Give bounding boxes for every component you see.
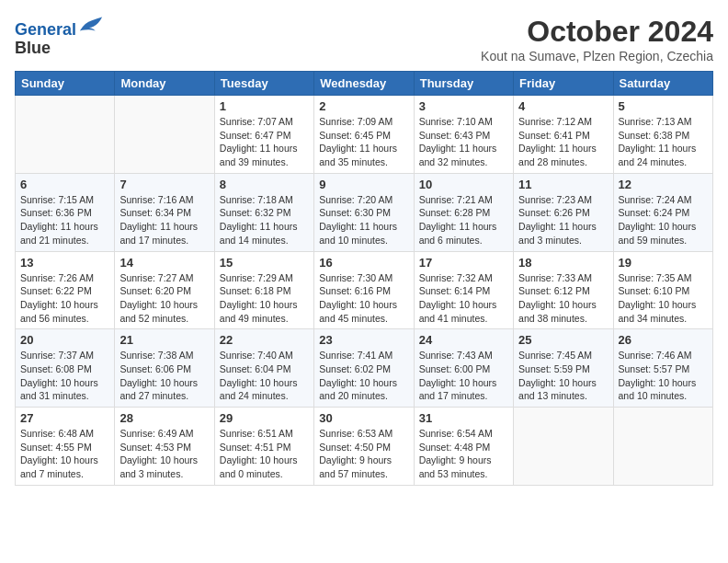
calendar-cell-w5-d4: 30Sunrise: 6:53 AMSunset: 4:50 PMDayligh…	[314, 408, 414, 486]
day-info: Sunrise: 7:27 AMSunset: 6:20 PMDaylight:…	[119, 271, 209, 326]
day-number: 3	[419, 99, 508, 113]
day-info: Sunrise: 7:13 AMSunset: 6:38 PMDaylight:…	[619, 115, 708, 169]
day-info: Sunrise: 7:10 AMSunset: 6:43 PMDaylight:…	[419, 115, 508, 169]
day-number: 15	[220, 256, 309, 270]
col-saturday: Saturday	[613, 72, 712, 96]
calendar-cell-w3-d7: 19Sunrise: 7:35 AMSunset: 6:10 PMDayligh…	[613, 251, 712, 329]
calendar-cell-w4-d5: 24Sunrise: 7:43 AMSunset: 6:00 PMDayligh…	[414, 329, 513, 408]
calendar-cell-w2-d2: 7Sunrise: 7:16 AMSunset: 6:34 PMDaylight…	[115, 173, 214, 251]
calendar-cell-w5-d7	[613, 408, 712, 486]
day-info: Sunrise: 7:29 AMSunset: 6:18 PMDaylight:…	[220, 271, 309, 326]
day-info: Sunrise: 7:24 AMSunset: 6:24 PMDaylight:…	[619, 193, 708, 247]
calendar-cell-w4-d7: 26Sunrise: 7:46 AMSunset: 5:57 PMDayligh…	[613, 329, 712, 408]
logo: General Blue	[15, 15, 104, 58]
calendar-cell-w5-d2: 28Sunrise: 6:49 AMSunset: 4:53 PMDayligh…	[115, 408, 214, 486]
logo-text: General Blue	[15, 15, 104, 58]
day-info: Sunrise: 7:37 AMSunset: 6:08 PMDaylight:…	[20, 349, 109, 403]
day-number: 9	[319, 178, 408, 191]
month-title: October 2024	[481, 15, 713, 49]
day-number: 6	[20, 178, 109, 191]
calendar-cell-w5-d1: 27Sunrise: 6:48 AMSunset: 4:55 PMDayligh…	[16, 408, 115, 486]
day-number: 31	[419, 411, 508, 425]
day-number: 8	[220, 178, 309, 191]
day-info: Sunrise: 7:23 AMSunset: 6:26 PMDaylight:…	[518, 193, 608, 247]
calendar-week-5: 27Sunrise: 6:48 AMSunset: 4:55 PMDayligh…	[16, 408, 713, 486]
day-number: 27	[20, 411, 109, 425]
calendar-cell-w5-d3: 29Sunrise: 6:51 AMSunset: 4:51 PMDayligh…	[214, 408, 313, 486]
day-number: 1	[220, 99, 309, 113]
calendar-cell-w1-d5: 3Sunrise: 7:10 AMSunset: 6:43 PMDaylight…	[414, 96, 513, 174]
day-info: Sunrise: 6:54 AMSunset: 4:48 PMDaylight:…	[419, 427, 508, 481]
day-number: 12	[619, 178, 708, 191]
calendar-cell-w3-d1: 13Sunrise: 7:26 AMSunset: 6:22 PMDayligh…	[16, 251, 115, 329]
title-area: October 2024 Kout na Sumave, Plzen Regio…	[481, 15, 713, 63]
calendar-cell-w1-d4: 2Sunrise: 7:09 AMSunset: 6:45 PMDaylight…	[314, 96, 414, 174]
day-number: 18	[518, 256, 608, 270]
day-number: 20	[20, 333, 109, 347]
location: Kout na Sumave, Plzen Region, Czechia	[481, 49, 713, 63]
calendar-week-1: 1Sunrise: 7:07 AMSunset: 6:47 PMDaylight…	[16, 96, 713, 174]
calendar-cell-w2-d6: 11Sunrise: 7:23 AMSunset: 6:26 PMDayligh…	[514, 173, 613, 251]
day-number: 19	[619, 256, 708, 270]
calendar-cell-w2-d3: 8Sunrise: 7:18 AMSunset: 6:32 PMDaylight…	[214, 173, 313, 251]
calendar-cell-w4-d6: 25Sunrise: 7:45 AMSunset: 5:59 PMDayligh…	[514, 329, 613, 408]
day-info: Sunrise: 6:51 AMSunset: 4:51 PMDaylight:…	[220, 427, 309, 481]
day-info: Sunrise: 7:33 AMSunset: 6:12 PMDaylight:…	[518, 271, 608, 326]
col-wednesday: Wednesday	[314, 72, 414, 96]
day-number: 30	[319, 411, 408, 425]
col-tuesday: Tuesday	[214, 72, 313, 96]
calendar-week-3: 13Sunrise: 7:26 AMSunset: 6:22 PMDayligh…	[16, 251, 713, 329]
day-info: Sunrise: 7:20 AMSunset: 6:30 PMDaylight:…	[319, 193, 408, 247]
day-info: Sunrise: 7:18 AMSunset: 6:32 PMDaylight:…	[220, 193, 309, 247]
day-info: Sunrise: 7:12 AMSunset: 6:41 PMDaylight:…	[518, 115, 608, 169]
day-info: Sunrise: 7:15 AMSunset: 6:36 PMDaylight:…	[20, 193, 109, 247]
day-info: Sunrise: 7:32 AMSunset: 6:14 PMDaylight:…	[419, 271, 508, 326]
day-number: 10	[419, 178, 508, 191]
col-monday: Monday	[115, 72, 214, 96]
day-info: Sunrise: 7:35 AMSunset: 6:10 PMDaylight:…	[619, 271, 708, 326]
day-number: 23	[319, 333, 408, 347]
day-info: Sunrise: 7:38 AMSunset: 6:06 PMDaylight:…	[119, 349, 209, 403]
day-number: 17	[419, 256, 508, 270]
day-info: Sunrise: 7:09 AMSunset: 6:45 PMDaylight:…	[319, 115, 408, 169]
calendar-cell-w3-d2: 14Sunrise: 7:27 AMSunset: 6:20 PMDayligh…	[115, 251, 214, 329]
day-number: 4	[518, 99, 608, 113]
day-info: Sunrise: 6:49 AMSunset: 4:53 PMDaylight:…	[119, 427, 209, 481]
calendar-cell-w2-d4: 9Sunrise: 7:20 AMSunset: 6:30 PMDaylight…	[314, 173, 414, 251]
day-info: Sunrise: 7:40 AMSunset: 6:04 PMDaylight:…	[220, 349, 309, 403]
calendar-cell-w1-d2	[115, 96, 214, 174]
day-info: Sunrise: 6:48 AMSunset: 4:55 PMDaylight:…	[20, 427, 109, 481]
day-number: 22	[220, 333, 309, 347]
calendar-cell-w3-d5: 17Sunrise: 7:32 AMSunset: 6:14 PMDayligh…	[414, 251, 513, 329]
calendar-cell-w2-d5: 10Sunrise: 7:21 AMSunset: 6:28 PMDayligh…	[414, 173, 513, 251]
day-info: Sunrise: 7:41 AMSunset: 6:02 PMDaylight:…	[319, 349, 408, 403]
col-sunday: Sunday	[16, 72, 115, 96]
calendar-cell-w2-d7: 12Sunrise: 7:24 AMSunset: 6:24 PMDayligh…	[613, 173, 712, 251]
day-number: 14	[119, 256, 209, 270]
day-number: 13	[20, 256, 109, 270]
day-number: 24	[419, 333, 508, 347]
calendar-cell-w3-d3: 15Sunrise: 7:29 AMSunset: 6:18 PMDayligh…	[214, 251, 313, 329]
day-number: 7	[119, 178, 209, 191]
day-info: Sunrise: 7:46 AMSunset: 5:57 PMDaylight:…	[619, 349, 708, 403]
calendar-cell-w2-d1: 6Sunrise: 7:15 AMSunset: 6:36 PMDaylight…	[16, 173, 115, 251]
calendar-cell-w4-d3: 22Sunrise: 7:40 AMSunset: 6:04 PMDayligh…	[214, 329, 313, 408]
calendar-header-row: Sunday Monday Tuesday Wednesday Thursday…	[16, 72, 713, 96]
day-number: 2	[319, 99, 408, 113]
day-info: Sunrise: 7:16 AMSunset: 6:34 PMDaylight:…	[119, 193, 209, 247]
day-info: Sunrise: 7:43 AMSunset: 6:00 PMDaylight:…	[419, 349, 508, 403]
day-number: 28	[119, 411, 209, 425]
day-info: Sunrise: 7:07 AMSunset: 6:47 PMDaylight:…	[220, 115, 309, 169]
calendar-week-4: 20Sunrise: 7:37 AMSunset: 6:08 PMDayligh…	[16, 329, 713, 408]
calendar-cell-w5-d5: 31Sunrise: 6:54 AMSunset: 4:48 PMDayligh…	[414, 408, 513, 486]
day-number: 16	[319, 256, 408, 270]
calendar-cell-w4-d4: 23Sunrise: 7:41 AMSunset: 6:02 PMDayligh…	[314, 329, 414, 408]
day-number: 29	[220, 411, 309, 425]
page-header: General Blue October 2024 Kout na Sumave…	[15, 15, 713, 63]
calendar-cell-w4-d2: 21Sunrise: 7:38 AMSunset: 6:06 PMDayligh…	[115, 329, 214, 408]
calendar-cell-w4-d1: 20Sunrise: 7:37 AMSunset: 6:08 PMDayligh…	[16, 329, 115, 408]
day-number: 26	[619, 333, 708, 347]
day-number: 11	[518, 178, 608, 191]
calendar-cell-w3-d6: 18Sunrise: 7:33 AMSunset: 6:12 PMDayligh…	[514, 251, 613, 329]
calendar-cell-w1-d6: 4Sunrise: 7:12 AMSunset: 6:41 PMDaylight…	[514, 96, 613, 174]
